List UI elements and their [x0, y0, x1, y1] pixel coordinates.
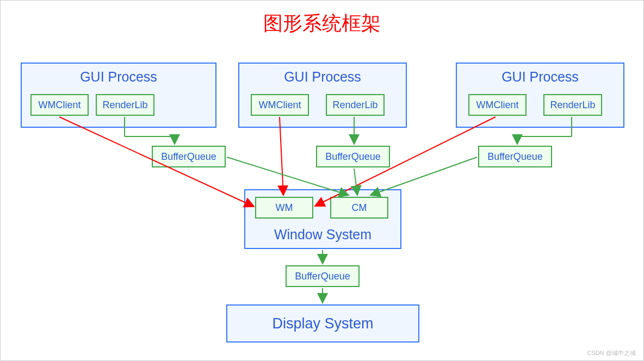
- bufferqueue-ws: BufferQueue: [286, 265, 360, 287]
- gui-process-label: GUI Process: [457, 69, 623, 85]
- bufferqueue-label: BufferQueue: [317, 147, 389, 166]
- bufferqueue-2: BufferQueue: [316, 146, 390, 167]
- bufferqueue-3: BufferQueue: [478, 146, 552, 167]
- wmclient-label: WMClient: [469, 95, 525, 115]
- wm-label: WM: [256, 198, 312, 217]
- wmclient-1: WMClient: [30, 94, 89, 116]
- display-system-label: Display System: [227, 306, 418, 341]
- window-system-label: Window System: [245, 227, 400, 242]
- bufferqueue-label: BufferQueue: [287, 266, 358, 286]
- renderlib-2: RenderLib: [326, 94, 385, 116]
- diagram-canvas: 图形系统框架 GUI Process WMClient RenderLib GU…: [0, 0, 644, 361]
- bufferqueue-label: BufferQueue: [479, 147, 551, 166]
- wmclient-3: WMClient: [468, 94, 527, 116]
- gui-process-label: GUI Process: [239, 69, 406, 85]
- renderlib-1: RenderLib: [96, 94, 154, 116]
- wmclient-2: WMClient: [251, 94, 309, 116]
- renderlib-3: RenderLib: [543, 94, 602, 116]
- wmclient-label: WMClient: [252, 95, 308, 115]
- wm-box: WM: [255, 197, 313, 219]
- renderlib-label: RenderLib: [97, 95, 153, 115]
- svg-line-1: [280, 117, 283, 195]
- diagram-title: 图形系统框架: [1, 10, 643, 37]
- cm-box: CM: [330, 197, 388, 219]
- watermark: CSDN @城中之城: [587, 349, 636, 357]
- bufferqueue-label: BufferQueue: [153, 147, 225, 166]
- renderlib-label: RenderLib: [327, 95, 383, 115]
- display-system: Display System: [226, 304, 419, 343]
- gui-process-label: GUI Process: [22, 69, 215, 85]
- renderlib-label: RenderLib: [544, 95, 601, 115]
- cm-label: CM: [331, 198, 387, 217]
- bufferqueue-1: BufferQueue: [152, 146, 226, 167]
- wmclient-label: WMClient: [32, 95, 88, 115]
